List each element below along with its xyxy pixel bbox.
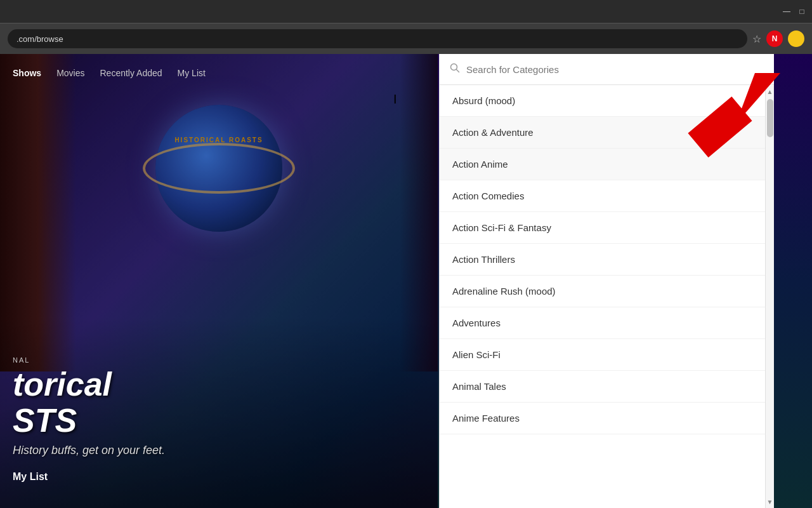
my-list-label: My List	[13, 471, 48, 483]
category-item-action-adventure[interactable]: Action & Adventure	[440, 117, 774, 149]
category-search-input[interactable]	[466, 64, 764, 75]
browser-titlebar: — □	[0, 0, 812, 23]
nav-my-list[interactable]: My List	[178, 68, 206, 78]
dropdown-search-bar	[440, 54, 774, 85]
category-item-animal-tales[interactable]: Animal Tales	[440, 371, 774, 403]
show-subtitle: History buffs, get on your feet.	[13, 444, 165, 457]
category-item-action-anime[interactable]: Action Anime	[440, 149, 774, 180]
category-item-adventures[interactable]: Adventures	[440, 307, 774, 339]
categories-list: Absurd (mood) Action & Adventure Action …	[440, 85, 774, 508]
category-item-absurd[interactable]: Absurd (mood)	[440, 85, 774, 117]
netflix-nav: Shows Movies Recently Added My List	[0, 54, 438, 92]
nav-shows[interactable]: Shows	[13, 68, 41, 78]
search-icon	[450, 63, 460, 76]
url-input[interactable]	[8, 29, 747, 48]
hero-content: NAL torical STS History buffs, get on yo…	[13, 356, 165, 457]
scroll-down-arrow[interactable]: ▼	[766, 496, 774, 508]
browser-addressbar: ☆ N	[0, 23, 812, 54]
category-item-alien-scifi[interactable]: Alien Sci-Fi	[440, 339, 774, 371]
scrollbar-thumb[interactable]	[767, 99, 773, 137]
show-title-line2: STS	[13, 403, 165, 439]
category-item-action-thrillers[interactable]: Action Thrillers	[440, 244, 774, 276]
category-item-action-scifi[interactable]: Action Sci-Fi & Fantasy	[440, 212, 774, 244]
show-title: torical STS	[13, 366, 165, 439]
category-dropdown: ▲ ▼ Absurd (mood) Action & Adventure Act…	[439, 54, 774, 508]
category-item-anime-features[interactable]: Anime Features	[440, 403, 774, 434]
browser-icons: ☆ N	[752, 30, 804, 47]
svg-line-1	[457, 70, 459, 72]
nav-recently-added[interactable]: Recently Added	[100, 68, 162, 78]
main-content: HISTORICAL ROASTS Shows Movies Recently …	[0, 54, 812, 508]
category-item-adrenaline[interactable]: Adrenaline Rush (mood)	[440, 276, 774, 307]
netflix-icon[interactable]: N	[766, 30, 783, 47]
minimize-button[interactable]: —	[782, 6, 792, 17]
browser-chrome: — □ ☆ N	[0, 0, 812, 54]
category-item-action-comedies[interactable]: Action Comedies	[440, 180, 774, 212]
scrollbar[interactable]: ▲ ▼	[765, 86, 774, 508]
scroll-up-arrow[interactable]: ▲	[766, 86, 774, 98]
show-title-line1: torical	[13, 366, 165, 403]
star-icon[interactable]: ☆	[752, 33, 761, 45]
maximize-button[interactable]: □	[797, 6, 807, 17]
user-avatar[interactable]	[788, 30, 804, 47]
nav-movies[interactable]: Movies	[56, 68, 84, 78]
show-label: NAL	[13, 356, 165, 364]
